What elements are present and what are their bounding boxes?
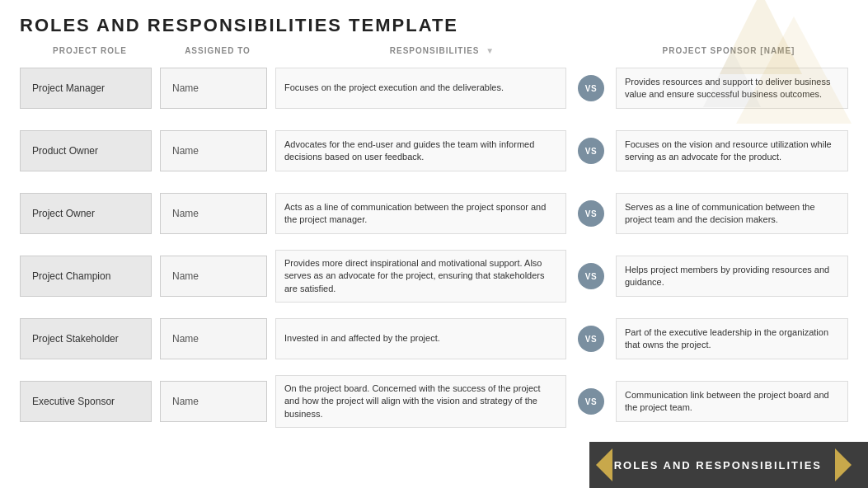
page-title: ROLES AND RESPONSIBILITIES TEMPLATE bbox=[20, 15, 848, 36]
cell-responsibility-2: Acts as a line of communication between … bbox=[275, 193, 573, 234]
sponsor-text-5: Communication link between the project b… bbox=[616, 381, 848, 422]
assigned-value-2[interactable]: Name bbox=[160, 193, 267, 234]
sponsor-text-4: Part of the executive leadership in the … bbox=[616, 318, 848, 359]
cell-role-4: Project Stakeholder bbox=[20, 318, 160, 359]
column-headers: PROJECT ROLE ASSIGNED TO RESPONSIBILITIE… bbox=[0, 43, 868, 59]
cell-assigned-4: Name bbox=[160, 318, 275, 359]
col-header-role: PROJECT ROLE bbox=[20, 46, 160, 55]
cell-assigned-2: Name bbox=[160, 193, 275, 234]
cell-responsibility-1: Advocates for the end-user and guides th… bbox=[275, 130, 573, 171]
cell-role-5: Executive Sponsor bbox=[20, 381, 160, 422]
table-row: Project Owner Name Acts as a line of com… bbox=[20, 184, 848, 243]
cell-assigned-0: Name bbox=[160, 68, 275, 109]
table-row: Product Owner Name Advocates for the end… bbox=[20, 121, 848, 181]
cell-responsibility-5: On the project board. Concerned with the… bbox=[275, 375, 573, 428]
footer: ROLES AND RESPONSIBILITIES bbox=[589, 442, 868, 488]
page: ROLES AND RESPONSIBILITIES TEMPLATE PROJ… bbox=[0, 0, 868, 488]
assigned-value-0[interactable]: Name bbox=[160, 68, 267, 109]
assigned-value-3[interactable]: Name bbox=[160, 256, 267, 297]
header: ROLES AND RESPONSIBILITIES TEMPLATE bbox=[0, 0, 868, 43]
vs-badge-1: VS bbox=[578, 138, 604, 164]
table-row: Project Champion Name Provides more dire… bbox=[20, 246, 848, 306]
cell-assigned-1: Name bbox=[160, 130, 275, 171]
vs-badge-3: VS bbox=[578, 263, 604, 289]
cell-role-3: Project Champion bbox=[20, 256, 160, 297]
role-label-1: Product Owner bbox=[20, 130, 152, 171]
assigned-value-1[interactable]: Name bbox=[160, 130, 267, 171]
assigned-value-4[interactable]: Name bbox=[160, 318, 267, 359]
cell-role-2: Project Owner bbox=[20, 193, 160, 234]
cell-responsibility-3: Provides more direct inspirational and m… bbox=[275, 250, 573, 303]
responsibility-text-5: On the project board. Concerned with the… bbox=[275, 375, 566, 428]
table-body: Project Manager Name Focuses on the proj… bbox=[0, 59, 868, 431]
col-header-sponsor: PROJECT SPONSOR [NAME] bbox=[609, 46, 848, 55]
responsibility-text-0: Focuses on the project execution and the… bbox=[275, 68, 566, 109]
cell-assigned-5: Name bbox=[160, 381, 275, 422]
sponsor-text-0: Provides resources and support to delive… bbox=[616, 68, 848, 109]
col-header-responsibilities: RESPONSIBILITIES ▼ bbox=[275, 46, 609, 55]
sponsor-text-1: Focuses on the vision and resource utili… bbox=[616, 130, 848, 171]
col-header-assigned: ASSIGNED TO bbox=[160, 46, 275, 55]
vs-badge-5: VS bbox=[578, 388, 604, 415]
cell-sponsor-0: Provides resources and support to delive… bbox=[609, 68, 848, 109]
table-row: Project Manager Name Focuses on the proj… bbox=[20, 59, 848, 118]
role-label-5: Executive Sponsor bbox=[20, 381, 152, 422]
responsibility-text-2: Acts as a line of communication between … bbox=[275, 193, 566, 234]
cell-sponsor-4: Part of the executive leadership in the … bbox=[609, 318, 848, 359]
role-label-0: Project Manager bbox=[20, 68, 152, 109]
cell-responsibility-0: Focuses on the project execution and the… bbox=[275, 68, 573, 109]
responsibility-text-3: Provides more direct inspirational and m… bbox=[275, 250, 566, 303]
role-label-2: Project Owner bbox=[20, 193, 152, 234]
vs-badge-0: VS bbox=[578, 75, 604, 101]
footer-label: ROLES AND RESPONSIBILITIES bbox=[614, 459, 822, 472]
role-label-4: Project Stakeholder bbox=[20, 318, 152, 359]
cell-sponsor-5: Communication link between the project b… bbox=[609, 381, 848, 422]
responsibilities-sort-icon: ▼ bbox=[486, 46, 495, 55]
responsibility-text-4: Invested in and affected by the project. bbox=[275, 318, 566, 359]
footer-arrow-right bbox=[835, 448, 852, 481]
cell-assigned-3: Name bbox=[160, 256, 275, 297]
cell-sponsor-3: Helps project members by providing resou… bbox=[609, 256, 848, 297]
footer-arrow-left bbox=[596, 448, 612, 481]
cell-sponsor-1: Focuses on the vision and resource utili… bbox=[609, 130, 848, 171]
vs-badge-4: VS bbox=[578, 326, 604, 352]
cell-role-0: Project Manager bbox=[20, 68, 160, 109]
sponsor-text-3: Helps project members by providing resou… bbox=[616, 256, 848, 297]
cell-role-1: Product Owner bbox=[20, 130, 160, 171]
table-row: Executive Sponsor Name On the project bo… bbox=[20, 372, 848, 431]
vs-badge-2: VS bbox=[578, 200, 604, 227]
role-label-3: Project Champion bbox=[20, 256, 152, 297]
cell-responsibility-4: Invested in and affected by the project. bbox=[275, 318, 573, 359]
responsibility-text-1: Advocates for the end-user and guides th… bbox=[275, 130, 566, 171]
assigned-value-5[interactable]: Name bbox=[160, 381, 267, 422]
table-row: Project Stakeholder Name Invested in and… bbox=[20, 309, 848, 368]
sponsor-text-2: Serves as a line of communication betwee… bbox=[616, 193, 848, 234]
cell-sponsor-2: Serves as a line of communication betwee… bbox=[609, 193, 848, 234]
